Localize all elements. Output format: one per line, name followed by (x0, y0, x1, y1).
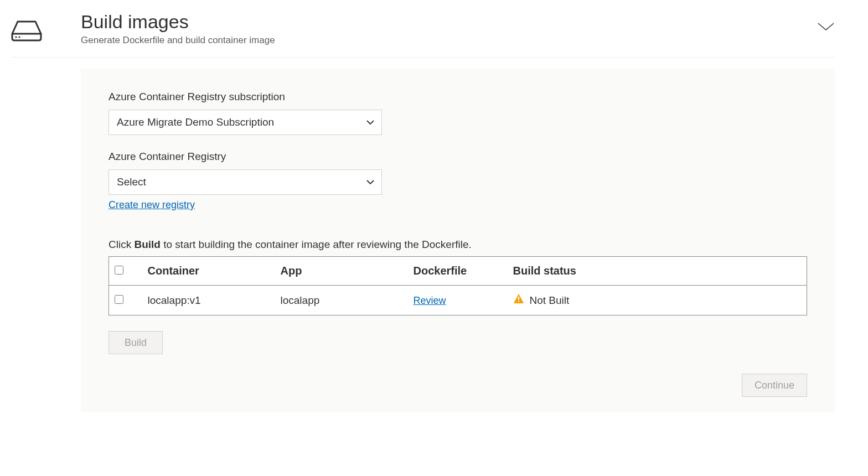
subscription-label: Azure Container Registry subscription (108, 91, 807, 103)
subscription-select-value: Azure Migrate Demo Subscription (108, 110, 382, 135)
footer-actions: Continue (108, 374, 807, 397)
header-container: Container (142, 257, 275, 286)
create-registry-link[interactable]: Create new registry (108, 199, 195, 210)
content-panel: Azure Container Registry subscription Az… (81, 69, 835, 412)
cell-build-status: Not Built (508, 286, 807, 315)
cell-dockerfile: Review (408, 286, 508, 315)
page-title: Build images (81, 11, 778, 33)
table-row: localapp:v1 localapp Review (109, 286, 807, 315)
continue-button[interactable]: Continue (742, 374, 807, 397)
svg-point-1 (18, 36, 20, 38)
instruction-bold: Build (134, 239, 161, 250)
build-button[interactable]: Build (108, 331, 163, 354)
row-checkbox[interactable] (115, 295, 123, 304)
svg-point-0 (15, 36, 17, 38)
instruction-prefix: Click (108, 239, 134, 250)
row-checkbox-cell (109, 286, 142, 315)
registry-select[interactable]: Select (108, 169, 382, 195)
status-text: Not Built (530, 294, 570, 307)
select-all-checkbox[interactable] (115, 266, 123, 275)
header-checkbox-cell (109, 257, 142, 286)
page-subtitle: Generate Dockerfile and build container … (81, 35, 778, 46)
header-app: App (275, 257, 408, 286)
registry-label: Azure Container Registry (108, 151, 807, 163)
build-instruction: Click Build to start building the contai… (108, 239, 807, 251)
header-build-status: Build status (508, 257, 807, 286)
cell-app: localapp (275, 286, 408, 315)
storage-icon (11, 19, 42, 42)
svg-rect-3 (518, 301, 519, 302)
containers-table: Container App Dockerfile Build status lo… (108, 256, 807, 315)
table-header-row: Container App Dockerfile Build status (109, 257, 807, 286)
header-text-block: Build images Generate Dockerfile and bui… (81, 11, 778, 46)
collapse-chevron-icon[interactable] (817, 22, 835, 33)
header-dockerfile: Dockerfile (408, 257, 508, 286)
subscription-select[interactable]: Azure Migrate Demo Subscription (108, 110, 382, 135)
svg-rect-2 (518, 297, 519, 300)
review-dockerfile-link[interactable]: Review (414, 295, 446, 306)
instruction-suffix: to start building the container image af… (161, 239, 472, 250)
cell-container: localapp:v1 (142, 286, 275, 315)
page-header: Build images Generate Dockerfile and bui… (11, 11, 835, 58)
warning-icon (513, 293, 524, 307)
registry-select-value: Select (108, 169, 382, 195)
